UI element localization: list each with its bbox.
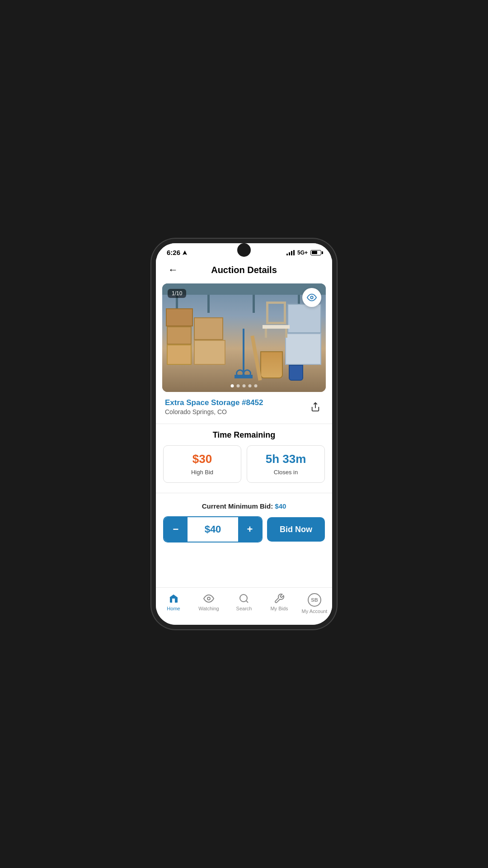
dot-2[interactable]	[237, 384, 240, 387]
min-bid-amount: $40	[275, 502, 286, 510]
carousel-dots	[231, 384, 258, 387]
watch-button[interactable]	[302, 288, 321, 307]
min-bid-text: Current Minimum Bid: $40	[163, 502, 325, 510]
nav-watching[interactable]: Watching	[191, 591, 226, 616]
bid-section: Current Minimum Bid: $40 − $40 + Bid Now	[156, 498, 332, 550]
svg-point-3	[240, 594, 247, 602]
time-display: 6:26	[167, 249, 180, 256]
eye-icon	[307, 292, 317, 302]
bottom-nav: Home Watching Search M	[156, 587, 332, 625]
status-time: 6:26	[167, 249, 188, 256]
dot-3[interactable]	[243, 384, 246, 387]
image-container: 1/10	[162, 283, 326, 392]
nav-myaccount-label: My Account	[302, 609, 328, 614]
image-counter: 1/10	[168, 289, 186, 298]
svg-point-2	[207, 597, 210, 600]
listing-location: Colorado Springs, CO	[165, 408, 263, 415]
nav-home-label: Home	[167, 606, 180, 611]
bid-stepper: − $40 +	[163, 516, 263, 542]
notch	[237, 243, 251, 257]
bid-value: $40	[188, 524, 238, 535]
account-avatar: SB	[308, 593, 321, 607]
listing-info: Extra Space Storage #8452 Colorado Sprin…	[156, 392, 332, 419]
header: ← Auction Details	[156, 258, 332, 283]
page-title: Auction Details	[181, 265, 307, 275]
back-button[interactable]: ←	[165, 262, 181, 278]
clutter-scene	[162, 283, 326, 392]
increment-button[interactable]: +	[238, 517, 262, 542]
nav-mybids-label: My Bids	[270, 606, 288, 611]
auction-image: 1/10	[162, 283, 326, 392]
nav-mybids[interactable]: My Bids	[262, 591, 297, 616]
nav-home[interactable]: Home	[156, 591, 191, 616]
decrement-button[interactable]: −	[164, 517, 188, 542]
closes-in-value: 5h 33m	[253, 452, 319, 466]
listing-name: Extra Space Storage #8452	[165, 398, 263, 407]
watching-icon	[203, 593, 214, 604]
nav-search-label: Search	[236, 606, 252, 611]
dot-4[interactable]	[249, 384, 252, 387]
bid-now-button[interactable]: Bid Now	[267, 517, 325, 542]
nav-search[interactable]: Search	[226, 591, 262, 616]
search-icon	[239, 593, 249, 604]
high-bid-label: High Bid	[191, 469, 213, 476]
divider-2	[156, 493, 332, 493]
high-bid-value: $30	[169, 452, 235, 466]
status-icons: 5G+	[286, 250, 321, 256]
dot-5[interactable]	[254, 384, 258, 387]
mybids-icon	[274, 593, 285, 604]
network-type: 5G+	[297, 250, 308, 256]
back-arrow-icon: ←	[168, 264, 178, 276]
bid-controls: − $40 + Bid Now	[163, 516, 325, 542]
location-arrow-icon	[182, 250, 188, 255]
svg-point-0	[310, 296, 313, 299]
share-button[interactable]	[308, 399, 323, 415]
closes-in-label: Closes in	[274, 469, 298, 476]
svg-line-4	[246, 601, 248, 603]
phone-screen: 6:26 5G+ ←	[156, 243, 332, 625]
time-cards: $30 High Bid 5h 33m Closes in	[163, 445, 325, 483]
share-icon	[310, 402, 320, 412]
home-icon	[168, 593, 179, 604]
battery-icon	[310, 250, 321, 255]
time-remaining-title: Time Remaining	[163, 430, 325, 440]
divider-1	[156, 424, 332, 424]
main-content: 1/10	[156, 283, 332, 587]
closes-in-card: 5h 33m Closes in	[247, 445, 325, 483]
phone-frame: 6:26 5G+ ←	[156, 243, 332, 625]
high-bid-card: $30 High Bid	[163, 445, 241, 483]
dot-1[interactable]	[231, 384, 234, 387]
nav-myaccount[interactable]: SB My Account	[297, 591, 332, 616]
nav-watching-label: Watching	[198, 606, 219, 611]
time-remaining-section: Time Remaining $30 High Bid 5h 33m Close…	[156, 429, 332, 488]
signal-bars	[286, 250, 295, 255]
